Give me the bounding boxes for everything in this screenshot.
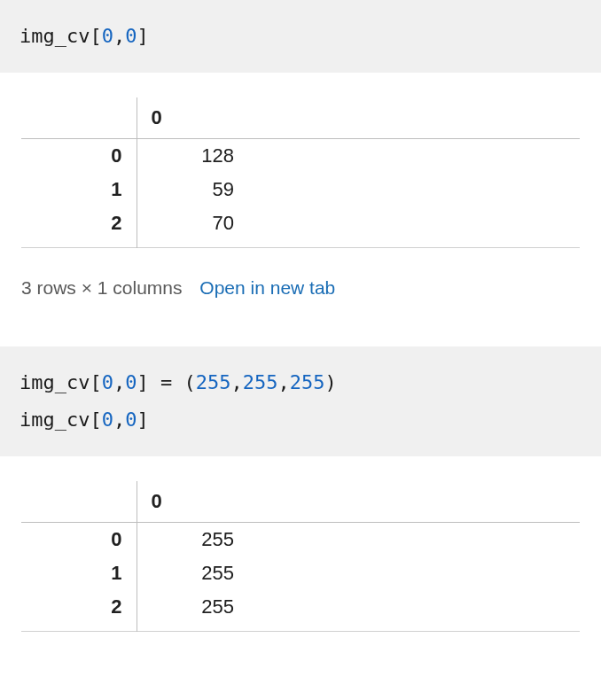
row-index: 1 — [21, 173, 137, 206]
dataframe-table: 0 0 128 1 59 2 70 — [21, 97, 580, 253]
code-token: 0 — [102, 371, 113, 393]
summary-text: 3 rows × 1 columns — [21, 277, 183, 298]
code-token: [ — [90, 25, 101, 47]
code-token: img_cv — [20, 25, 90, 47]
code-cell-1: img_cv[0,0] — [0, 0, 601, 73]
code-token: 0 — [125, 371, 137, 393]
table-row: 2 70 — [21, 206, 580, 248]
row-index: 0 — [21, 138, 137, 173]
table-spacer — [234, 481, 580, 523]
code-token: 0 — [102, 408, 113, 431]
cell-value: 128 — [137, 138, 234, 173]
column-header: 0 — [137, 481, 234, 523]
cell-value: 255 — [137, 590, 234, 632]
table-summary: 3 rows × 1 columns Open in new tab — [0, 263, 601, 320]
table-row: 0 128 — [21, 138, 580, 173]
code-token: , — [113, 408, 125, 431]
cell-value: 70 — [137, 206, 234, 248]
code-token: , — [113, 25, 125, 47]
table-corner — [21, 97, 137, 139]
code-token: ] — [137, 408, 148, 431]
table-row: 0 255 — [21, 522, 580, 556]
table-corner — [21, 481, 137, 523]
code-token: , — [113, 371, 125, 393]
code-token: 255 — [243, 371, 278, 393]
table-spacer — [234, 97, 580, 139]
code-token: [ — [90, 408, 101, 431]
open-in-new-tab-link[interactable]: Open in new tab — [199, 277, 335, 298]
cell-value: 59 — [137, 173, 234, 206]
row-index: 1 — [21, 556, 137, 590]
code-token: 0 — [125, 408, 137, 431]
code-token: [ — [90, 371, 101, 393]
output-table-1: 0 0 128 1 59 2 70 — [0, 97, 601, 264]
dataframe-table: 0 0 255 1 255 2 255 — [21, 481, 580, 637]
code-token: img_cv — [20, 408, 90, 431]
code-token: , — [277, 371, 289, 393]
code-token: img_cv — [20, 371, 90, 393]
code-token: ] — [137, 371, 148, 393]
code-token: 0 — [125, 25, 137, 47]
row-index: 2 — [21, 590, 137, 632]
cell-value: 255 — [137, 556, 234, 590]
table-row: 1 255 — [21, 556, 580, 590]
column-header: 0 — [137, 97, 234, 139]
code-token: = ( — [149, 371, 196, 393]
table-row: 1 59 — [21, 173, 580, 206]
output-table-2: 0 0 255 1 255 2 255 — [0, 481, 601, 648]
code-token: ) — [324, 371, 336, 393]
code-token: ] — [137, 25, 148, 47]
code-token: 0 — [102, 25, 113, 47]
code-cell-2: img_cv[0,0] = (255,255,255) img_cv[0,0] — [0, 346, 601, 456]
code-token: 255 — [196, 371, 231, 393]
code-token: , — [230, 371, 242, 393]
code-token: 255 — [290, 371, 325, 393]
cell-value: 255 — [137, 522, 234, 556]
row-index: 2 — [21, 206, 137, 248]
row-index: 0 — [21, 522, 137, 556]
table-row: 2 255 — [21, 590, 580, 632]
